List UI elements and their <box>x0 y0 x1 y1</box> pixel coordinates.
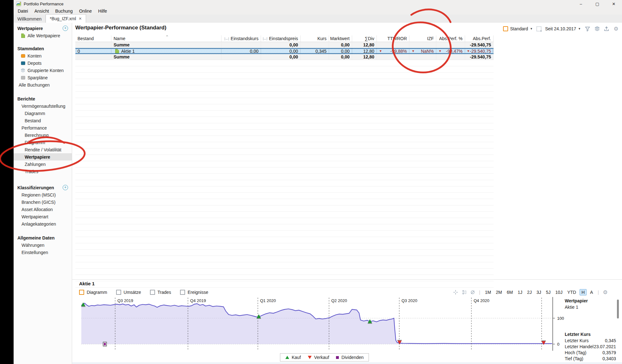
column-header-absperf[interactable]: Abs.Perf. <box>465 35 494 42</box>
period-button-10j[interactable]: 10J <box>554 289 564 295</box>
info-panel-scrollbar[interactable] <box>617 300 619 318</box>
menu-item-datei[interactable]: Datei <box>15 9 31 14</box>
sidebar-item-einstellungen[interactable]: Einstellungen <box>14 249 72 256</box>
tab-close-icon[interactable]: ✕ <box>78 16 82 21</box>
minimize-button[interactable]: – <box>573 0 589 8</box>
sidebar-item-wertpapiere[interactable]: Wertpapiere <box>14 153 72 161</box>
sidebar-item-trades[interactable]: Trades <box>14 168 72 175</box>
period-button-ytd[interactable]: YTD <box>566 289 577 295</box>
period-button-2m[interactable]: 2M <box>494 289 503 295</box>
sidebar-item-wertpapierart[interactable]: Wertpapierart <box>14 213 72 220</box>
column-header-label: Einstandspreis <box>269 36 298 41</box>
column-header-izf[interactable]: IZF <box>409 35 436 42</box>
sidebar-item-depots[interactable]: Depots <box>14 59 72 67</box>
column-header-ttwror[interactable]: TTWROR <box>377 35 409 42</box>
table-row[interactable]: 0Aktie 10,000,000,3450,0012,80▼-99,88%▼N… <box>75 48 494 54</box>
column-header-absperf_pct[interactable]: Abs.Perf. % <box>436 35 465 42</box>
detail-tab-ereignisse[interactable]: Ereignisse <box>180 290 208 295</box>
add-icon[interactable]: + <box>63 26 68 31</box>
info-value: 0,3579 <box>602 350 616 356</box>
period-button-2j[interactable]: 2J <box>526 289 533 295</box>
period-button-a[interactable]: A <box>589 289 594 295</box>
view-selector-label: Standard <box>510 26 528 31</box>
sidebar-item-zahlungen[interactable]: Zahlungen <box>14 161 72 168</box>
hide-markers-icon[interactable] <box>470 289 476 295</box>
gear-icon[interactable]: ⚙ <box>613 26 619 32</box>
sidebar-item-rendite-volatilität[interactable]: Rendite / Volatilität <box>14 146 72 153</box>
info-label: Tief (Tag) <box>565 356 583 362</box>
sidebar-item-gruppierte-konten[interactable]: Gruppierte Konten <box>14 67 72 74</box>
cell-value: 12,80 <box>363 42 374 47</box>
column-header-marktwert[interactable]: Marktwert <box>329 35 352 42</box>
detail-tab-trades[interactable]: Trades <box>150 290 171 295</box>
sidebar-item-alle-wertpapiere[interactable]: Alle Wertpapiere <box>14 32 72 39</box>
sidebar-item-währungen[interactable]: Währungen <box>14 241 72 249</box>
sidebar-gap <box>14 88 72 95</box>
horizontal-scroll-strip[interactable] <box>72 363 622 363</box>
table-empty-row <box>75 155 494 161</box>
info-label: Letzter Kurs <box>565 338 588 344</box>
column-header-bestand[interactable]: Bestand <box>75 35 111 42</box>
sidebar-item-bestand[interactable]: Bestand <box>14 117 72 124</box>
sidebar-item-vermögensaufstellung[interactable]: Vermögensaufstellung <box>14 102 72 110</box>
sidebar-item-berechnung[interactable]: Berechnung <box>14 131 72 139</box>
sidebar-item-regionen-msci[interactable]: Regionen (MSCI) <box>14 191 72 198</box>
new-view-button[interactable] <box>537 27 541 31</box>
crosshair-icon[interactable] <box>453 289 458 295</box>
xaxis-label-q4-2019: Q4 2019 <box>190 298 206 303</box>
period-button-3j[interactable]: 3J <box>535 289 543 295</box>
period-button-h[interactable]: H <box>580 289 587 295</box>
period-button-1j[interactable]: 1J <box>516 289 524 295</box>
table-empty-row <box>75 218 494 224</box>
add-icon[interactable]: + <box>63 185 68 190</box>
column-header-kurs[interactable]: Kurs <box>301 35 329 42</box>
gear-icon[interactable]: ⚙ <box>602 289 608 295</box>
sidebar-section-label: Allgemeine Daten <box>17 235 54 240</box>
sidebar-item-asset-allocation[interactable]: Asset Allocation <box>14 206 72 213</box>
sidebar-item-sparpläne[interactable]: Sparpläne <box>14 74 72 81</box>
cell-value: -29.540,75 <box>470 49 491 53</box>
price-chart[interactable]: Q3 2019Q4 2019Q1 2020Q2 2020Q3 2020Q4 20… <box>81 296 569 351</box>
detail-tab-umsätze[interactable]: Umsätze <box>116 290 141 295</box>
layers-icon[interactable] <box>594 26 600 32</box>
reporting-period-selector[interactable]: Seit 24.10.2017 ▼ <box>545 26 581 31</box>
triangle-down-icon <box>308 356 312 359</box>
export-icon[interactable] <box>604 26 609 32</box>
fit-vertical-icon[interactable] <box>461 289 467 295</box>
sidebar-item-anlagekategorien[interactable]: Anlagekategorien <box>14 220 72 228</box>
page-title: Wertpapier-Performance (Standard) <box>75 25 166 31</box>
column-header-einstandskurs[interactable]: |↔|Einstandskurs <box>221 35 261 42</box>
sidebar-item-diagramm[interactable]: Diagramm <box>14 110 72 117</box>
cell-value: 0,00 <box>289 42 298 47</box>
view-selector[interactable]: Standard ▼ <box>503 26 533 31</box>
tab-bug-izf-xml[interactable]: *Bug_IZF.xml✕ <box>46 14 86 23</box>
table-empty-row <box>75 85 494 92</box>
table-summary-row[interactable]: Summe0,000,0012,80-29.540,75 <box>75 54 494 60</box>
menu-item-hilfe[interactable]: Hilfe <box>95 9 110 14</box>
sidebar-item-branchen-gics[interactable]: Branchen (GICS) <box>14 198 72 206</box>
table-summary-row[interactable]: Summe0,000,0012,80-29.540,75 <box>75 42 494 48</box>
tab-willkommen[interactable]: Willkommen <box>14 15 46 23</box>
column-header-einstandspreis[interactable]: |↔|Einstandspreis <box>261 35 301 42</box>
close-button[interactable]: ✕ <box>606 0 622 8</box>
table-empty-row <box>75 117 494 123</box>
sidebar-item-diagramm[interactable]: Diagramm <box>14 139 72 146</box>
sidebar-item-performance[interactable]: Performance <box>14 124 72 131</box>
maximize-button[interactable]: ▢ <box>589 0 606 8</box>
menu-item-online[interactable]: Online <box>76 9 95 14</box>
period-button-6m[interactable]: 6M <box>506 289 514 295</box>
panel-divider[interactable] <box>72 279 622 280</box>
cell-absperf_pct <box>436 54 465 60</box>
column-header-div[interactable]: ∑Div <box>352 35 377 42</box>
table-empty-row <box>75 193 494 199</box>
menu-item-ansicht[interactable]: Ansicht <box>31 9 52 14</box>
detail-tab-diagramm[interactable]: Diagramm <box>79 290 107 295</box>
period-button-1m[interactable]: 1M <box>484 289 492 295</box>
filter-icon[interactable] <box>585 26 590 32</box>
sidebar-item-label: Diagramm <box>25 111 45 116</box>
sidebar-item-konten[interactable]: Konten <box>14 52 72 59</box>
period-button-5j[interactable]: 5J <box>545 289 552 295</box>
sidebar-item-alle-buchungen[interactable]: Alle Buchungen <box>14 81 72 88</box>
menu-item-buchung[interactable]: Buchung <box>52 9 76 14</box>
column-header-name[interactable]: Name^ <box>111 35 221 42</box>
